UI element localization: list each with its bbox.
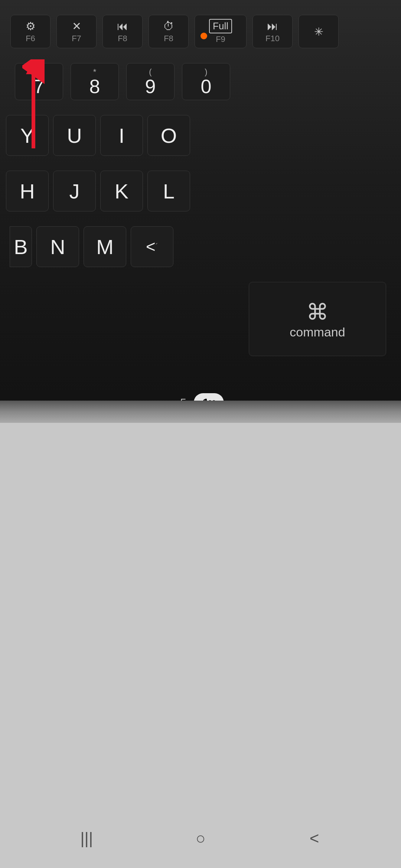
key-f10: ⏭ F10	[252, 15, 293, 48]
key-brightness: ✳	[299, 15, 339, 48]
camera-viewfinder: ⚙ F6 ✕ F7 ⏮ F8 ⏱ F8 Full F9 ⏭ F10 ✳	[0, 0, 401, 445]
back-button[interactable]: <	[300, 823, 329, 853]
number-key-row: & 7 * 8 ( 9 ) 0	[0, 63, 401, 100]
command-symbol: ⌘	[306, 299, 329, 325]
f7-label: F7	[72, 34, 81, 43]
qwerty-key-row: Y U I O	[0, 115, 401, 156]
key-lessthan: < ´	[131, 226, 173, 267]
full-icon: Full	[209, 19, 232, 33]
camera-bottom-ui: SINGLE TAKE PHOTO VIDEO MORE H J K L	[0, 423, 401, 868]
hjkl-key-row: H J K L	[0, 171, 401, 211]
key-i: I	[100, 115, 143, 156]
fastforward-icon: ⏭	[267, 20, 278, 33]
f6-label: F6	[26, 34, 35, 43]
key-j: J	[53, 171, 96, 211]
key-u: U	[53, 115, 96, 156]
function-key-row: ⚙ F6 ✕ F7 ⏮ F8 ⏱ F8 Full F9 ⏭ F10 ✳	[0, 15, 401, 48]
key-b-partial: B	[10, 226, 32, 267]
svg-marker-2	[26, 59, 41, 74]
key-f7: ✕ F7	[56, 15, 97, 48]
digit-0: 0	[201, 77, 212, 96]
recent-apps-button[interactable]: |||	[72, 823, 101, 853]
home-icon: ○	[196, 829, 206, 848]
key-8: * 8	[71, 63, 119, 100]
home-button[interactable]: ○	[186, 823, 215, 853]
digit-8: 8	[89, 77, 100, 96]
timer-icon: ⏱	[163, 20, 174, 33]
key-m: M	[84, 226, 126, 267]
key-o: O	[147, 115, 190, 156]
key-n: N	[36, 226, 79, 267]
brightness-icon: ✳	[314, 25, 323, 38]
nm-key-row: B N M < ´	[0, 226, 401, 267]
notification-dot	[200, 33, 207, 39]
f8-label: F8	[118, 34, 127, 43]
bluetooth-icon: ✕	[72, 20, 81, 33]
key-f9: Full F9	[195, 15, 247, 48]
key-k: K	[100, 171, 143, 211]
key-h: H	[6, 171, 49, 211]
laptop-bottom-bar	[0, 401, 401, 423]
key-9: ( 9	[126, 63, 175, 100]
key-f8b: ⏱ F8	[149, 15, 189, 48]
rewind-icon: ⏮	[117, 20, 128, 33]
command-key: ⌘ command	[249, 282, 386, 356]
settings-icon: ⚙	[26, 20, 36, 33]
annotation-arrow	[22, 59, 45, 156]
key-0: ) 0	[182, 63, 230, 100]
key-l: L	[147, 171, 190, 211]
command-label: command	[290, 325, 345, 339]
recent-apps-icon: |||	[80, 829, 93, 848]
key-f6: ⚙ F6	[10, 15, 50, 48]
key-f8: ⏮ F8	[102, 15, 143, 48]
digit-9: 9	[145, 77, 156, 96]
navigation-bar: ||| ○ <	[0, 809, 401, 868]
back-icon: <	[310, 829, 319, 848]
